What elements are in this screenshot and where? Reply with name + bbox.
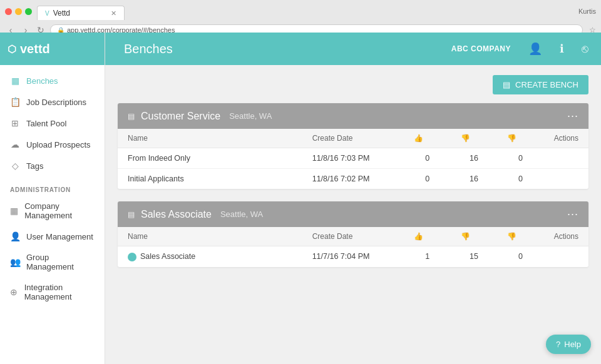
sidebar-item-label-user-management: User Management <box>26 232 93 241</box>
sidebar-item-talent-pool[interactable]: ⊞ Talent Pool <box>0 113 105 134</box>
sidebar-item-integration-management[interactable]: ⊕ Integration Management <box>0 277 105 307</box>
th-name: Name <box>118 227 302 246</box>
maximize-button[interactable] <box>25 8 32 15</box>
table-row: Initial Applicants 11/8/16 7:02 PM 0 16 … <box>118 169 588 190</box>
th-create-date: Create Date <box>302 227 404 246</box>
table-row: From Indeed Only 11/8/16 7:03 PM 0 16 0 <box>118 148 588 169</box>
th-create-date: Create Date <box>302 129 404 148</box>
cell-name: From Indeed Only <box>118 148 302 169</box>
create-bench-icon: ▤ <box>503 80 510 89</box>
bench-icon-sales-associate: ▤ <box>128 210 135 219</box>
admin-section-label: ADMINISTRATION <box>0 180 105 196</box>
bench-header-customer-service: ▤ Customer Service Seattle, WA ··· <box>118 103 588 129</box>
sidebar-item-benches[interactable]: ▦ Benches <box>0 70 105 91</box>
user-icon[interactable]: 👤 <box>528 42 542 56</box>
info-icon[interactable]: ℹ <box>560 42 564 56</box>
logo-text: vettd <box>20 42 50 56</box>
close-button[interactable] <box>5 8 12 15</box>
sidebar-item-tags[interactable]: ◇ Tags <box>0 155 105 176</box>
help-icon: ? <box>556 340 560 349</box>
talent-pool-icon: ⊞ <box>10 118 20 128</box>
cell-neutral: 16 <box>451 169 497 190</box>
help-label: Help <box>564 340 581 349</box>
integration-management-icon: ⊕ <box>10 287 18 297</box>
active-tab[interactable]: V Vettd ✕ <box>37 6 125 20</box>
logo: ⬡ vettd <box>8 42 50 56</box>
sidebar-item-label-upload-prospects: Upload Prospects <box>26 140 91 149</box>
progress-indicator <box>128 253 136 261</box>
bench-panel-sales-associate: ▤ Sales Associate Seattle, WA ··· Name C… <box>118 201 588 267</box>
bench-menu-sales-associate[interactable]: ··· <box>567 208 578 221</box>
cell-down: 0 <box>497 169 543 190</box>
sidebar-item-company-management[interactable]: ▦ Company Management <box>0 196 105 226</box>
cell-name: Sales Associate <box>118 246 302 267</box>
cell-name: Initial Applicants <box>118 169 302 190</box>
sidebar-item-label-benches: Benches <box>26 76 58 86</box>
cell-down: 0 <box>497 148 543 169</box>
logout-icon[interactable]: ⎋ <box>582 43 588 56</box>
create-bench-label: CREATE BENCH <box>515 80 578 89</box>
sidebar-item-label-tags: Tags <box>26 161 43 171</box>
cell-up: 1 <box>404 246 450 267</box>
sidebar-header: ⬡ vettd <box>0 33 105 65</box>
bench-table-customer-service: Name Create Date 👍 👎 👎 Actions From Inde… <box>118 129 588 189</box>
sidebar-item-label-integration-management: Integration Management <box>24 283 95 301</box>
bench-menu-customer-service[interactable]: ··· <box>567 109 578 123</box>
th-thumbs-down: 👎 <box>497 129 543 148</box>
cell-actions <box>544 246 588 267</box>
table-header-row: Name Create Date 👍 👎 👎 Actions <box>118 129 588 148</box>
cell-down: 0 <box>497 246 543 267</box>
cell-neutral: 16 <box>451 148 497 169</box>
main-content: ▤ CREATE BENCH ▤ Customer Service Seattl… <box>105 65 601 364</box>
header: Benches ABC COMPANY 👤 ℹ ⎋ <box>105 33 601 65</box>
sidebar-item-group-management[interactable]: 👥 Group Management <box>0 247 105 277</box>
sidebar-item-label-talent-pool: Talent Pool <box>26 119 66 128</box>
cell-up: 0 <box>404 148 450 169</box>
logo-icon: ⬡ <box>8 43 16 55</box>
app-container: ⬡ vettd ▦ Benches 📋 Job Descriptions ⊞ T… <box>0 33 601 364</box>
sidebar-item-label-group-management: Group Management <box>26 253 95 271</box>
sidebar-item-job-descriptions[interactable]: 📋 Job Descriptions <box>0 91 105 113</box>
th-thumbs-neutral: 👎 <box>451 129 497 148</box>
th-thumbs-down: 👎 <box>497 227 543 246</box>
user-name: Kurtis <box>578 8 601 15</box>
cell-create-date: 11/7/16 7:04 PM <box>302 246 404 267</box>
bench-table-sales-associate: Name Create Date 👍 👎 👎 Actions Sales Ass… <box>118 227 588 267</box>
create-bench-button[interactable]: ▤ CREATE BENCH <box>493 75 588 94</box>
sidebar-item-user-management[interactable]: 👤 User Management <box>0 226 105 247</box>
tab-close-icon[interactable]: ✕ <box>111 9 116 18</box>
sidebar: ⬡ vettd ▦ Benches 📋 Job Descriptions ⊞ T… <box>0 33 105 364</box>
th-thumbs-up: 👍 <box>404 129 450 148</box>
th-thumbs-neutral: 👎 <box>451 227 497 246</box>
user-management-icon: 👤 <box>10 231 20 241</box>
tab-favicon: V <box>45 10 49 17</box>
bench-location-customer-service: Seattle, WA <box>229 111 272 121</box>
bench-title-customer-service: Customer Service <box>141 111 220 122</box>
table-row: Sales Associate 11/7/16 7:04 PM 1 15 0 <box>118 246 588 267</box>
bench-title-sales-associate: Sales Associate <box>141 209 212 220</box>
browser-chrome: V Vettd ✕ Kurtis ‹ › ↻ 🔒 app.vettd.com/c… <box>0 0 601 33</box>
browser-tabs: V Vettd ✕ <box>37 3 125 20</box>
bench-location-sales-associate: Seattle, WA <box>220 210 263 219</box>
sidebar-item-upload-prospects[interactable]: ☁ Upload Prospects <box>0 134 105 155</box>
th-thumbs-up: 👍 <box>404 227 450 246</box>
help-button[interactable]: ? Help <box>546 335 591 354</box>
th-name: Name <box>118 129 302 148</box>
company-name: ABC COMPANY <box>451 44 511 53</box>
cell-create-date: 11/8/16 7:02 PM <box>302 169 404 190</box>
table-header-row: Name Create Date 👍 👎 👎 Actions <box>118 227 588 246</box>
cell-neutral: 15 <box>451 246 497 267</box>
cell-actions <box>544 148 588 169</box>
page-title: Benches <box>124 42 173 56</box>
cell-up: 0 <box>404 169 450 190</box>
minimize-button[interactable] <box>15 8 22 15</box>
bench-panel-customer-service: ▤ Customer Service Seattle, WA ··· Name … <box>118 103 588 189</box>
sidebar-item-label-job-descriptions: Job Descriptions <box>26 98 86 107</box>
main-toolbar: ▤ CREATE BENCH <box>118 75 588 94</box>
th-actions: Actions <box>544 129 588 148</box>
th-actions: Actions <box>544 227 588 246</box>
tags-icon: ◇ <box>10 161 20 171</box>
cell-actions <box>544 169 588 190</box>
cell-create-date: 11/8/16 7:03 PM <box>302 148 404 169</box>
benches-icon: ▦ <box>10 76 20 86</box>
